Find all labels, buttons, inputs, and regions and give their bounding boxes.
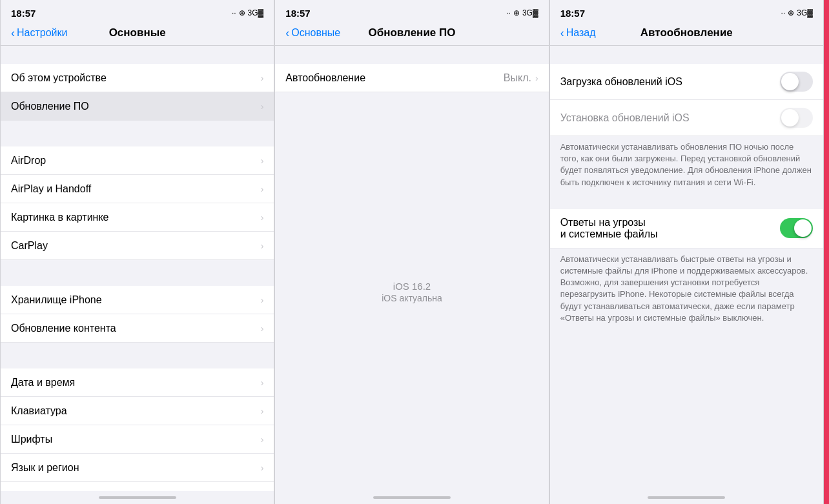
toggle-row-install: Установка обновлений iOS [550, 100, 823, 136]
chevron-about-icon: › [261, 73, 264, 83]
software-update-label: Обновление ПО [11, 101, 89, 112]
list-item-storage[interactable]: Хранилище iPhone › [1, 286, 274, 314]
airplay-handoff-right: › [261, 184, 264, 194]
pip-right: › [261, 212, 264, 223]
back-label-1: Настройки [17, 27, 67, 39]
home-bar-2 [373, 496, 451, 499]
back-button-1[interactable]: ‹ Настройки [11, 27, 67, 39]
section-divider-1a [1, 51, 274, 64]
chevron-carplay-icon: › [261, 241, 264, 251]
list-item-datetime[interactable]: Дата и время › [1, 368, 274, 397]
page-title-1: Основные [109, 26, 166, 39]
storage-right: › [261, 295, 264, 305]
section-divider-p2-1 [275, 51, 548, 64]
status-time-3: 18:57 [560, 8, 585, 19]
battery-icon-1: 3G▓ [248, 8, 264, 17]
airdrop-label: AirDrop [11, 155, 46, 166]
section-group-1: Об этом устройстве › Обновление ПО › [1, 51, 274, 121]
status-icons-2: ·· ⊕ 3G▓ [506, 8, 538, 17]
storage-label: Хранилище iPhone [11, 294, 102, 306]
list-item-language[interactable]: Язык и регион › [1, 454, 274, 482]
chevron-autoupdate-icon: › [535, 73, 538, 83]
wifi-icon-3: ⊕ [788, 8, 794, 17]
chevron-airplay-icon: › [261, 184, 264, 194]
status-icons-3: ·· ⊕ 3G▓ [781, 8, 813, 17]
chevron-back-icon-1: ‹ [11, 27, 15, 39]
nav-bar-3: ‹ Назад Автообновление [550, 23, 823, 46]
section-divider-4a [1, 356, 274, 368]
section-divider-p3-1 [550, 51, 823, 64]
list-item-pip[interactable]: Картинка в картинке › [1, 203, 274, 232]
list-item-airplay-handoff[interactable]: AirPlay и Handoff › [1, 175, 274, 203]
right-edge [824, 0, 829, 504]
section-group-2: AirDrop › AirPlay и Handoff › Картинка в… [1, 134, 274, 260]
chevron-airdrop-icon: › [261, 156, 264, 166]
content-1: Об этом устройстве › Обновление ПО › Air… [1, 46, 274, 491]
airplay-handoff-label: AirPlay и Handoff [11, 183, 91, 195]
airdrop-right: › [261, 156, 264, 166]
list-item-dictionary[interactable]: Словарь › [1, 482, 274, 491]
panel-general: 18:57 ·· ⊕ 3G▓ ‹ Настройки Основные Об э… [0, 0, 274, 504]
content-update-right: › [261, 323, 264, 334]
panel-autoupdate-settings: 18:57 ·· ⊕ 3G▓ ‹ Назад Автообновление За… [549, 0, 824, 504]
list-item-autoupdate[interactable]: Автообновление Выкл. › [275, 64, 548, 92]
list-item-keyboard[interactable]: Клавиатура › [1, 397, 274, 425]
security-label-container: Ответы на угрозы и системные файлы [560, 217, 658, 240]
autoupdate-right: Выкл. › [504, 72, 538, 84]
signal-icon-1: ·· [232, 8, 236, 17]
datetime-right: › [261, 378, 264, 388]
nav-bar-1: ‹ Настройки Основные [1, 23, 274, 46]
keyboard-right: › [261, 406, 264, 416]
carplay-right: › [261, 241, 264, 251]
status-icons-1: ·· ⊕ 3G▓ [232, 8, 263, 17]
chevron-keyboard-icon: › [261, 406, 264, 416]
home-bar-1 [99, 496, 176, 499]
list-item-fonts[interactable]: Шрифты › [1, 425, 274, 454]
list-item-airdrop[interactable]: AirDrop › [1, 146, 274, 175]
ios-version-main: iOS 16.2 [393, 281, 431, 292]
keyboard-label: Клавиатура [11, 405, 67, 417]
list-item-content-update[interactable]: Обновление контента › [1, 314, 274, 343]
fonts-label: Шрифты [11, 434, 52, 445]
list-item-carplay[interactable]: CarPlay › [1, 232, 274, 260]
wifi-icon-1: ⊕ [239, 8, 245, 17]
section-divider-2a [1, 134, 274, 146]
wifi-icon-2: ⊕ [513, 8, 520, 17]
home-bar-3 [648, 496, 725, 499]
back-button-2[interactable]: ‹ Основные [285, 27, 340, 39]
chevron-language-icon: › [261, 463, 264, 473]
status-time-2: 18:57 [285, 8, 310, 19]
status-bar-1: 18:57 ·· ⊕ 3G▓ [1, 0, 274, 23]
toggle-row-security: Ответы на угрозы и системные файлы [550, 209, 823, 248]
chevron-fonts-icon: › [261, 434, 264, 445]
description-text-2: Автоматически устанавливать быстрые отве… [550, 248, 823, 332]
status-bar-3: 18:57 ·· ⊕ 3G▓ [550, 0, 823, 23]
home-indicator-1 [1, 491, 274, 504]
description-text-1: Автоматически устанавливать обновления П… [550, 136, 823, 196]
chevron-datetime-icon: › [261, 378, 264, 388]
battery-icon-3: 3G▓ [797, 8, 813, 17]
autoupdate-label: Автообновление [285, 72, 365, 84]
list-item-about[interactable]: Об этом устройстве › [1, 64, 274, 92]
status-bar-2: 18:57 ·· ⊕ 3G▓ [275, 0, 548, 23]
battery-icon-2: 3G▓ [522, 8, 538, 17]
list-item-software-update[interactable]: Обновление ПО › [1, 92, 274, 121]
software-update-right: › [261, 101, 264, 112]
about-right: › [261, 73, 264, 83]
carplay-label: CarPlay [11, 240, 48, 252]
toggle-download-updates[interactable] [780, 72, 813, 92]
download-updates-label: Загрузка обновлений iOS [560, 76, 780, 88]
back-button-3[interactable]: ‹ Назад [560, 27, 596, 39]
chevron-software-icon: › [261, 101, 264, 112]
content-3: Загрузка обновлений iOS Установка обновл… [550, 46, 823, 491]
datetime-label: Дата и время [11, 377, 75, 388]
toggle-install-updates[interactable] [780, 108, 813, 128]
toggle-row-download: Загрузка обновлений iOS [550, 64, 823, 100]
toggle-knob-install [781, 109, 799, 126]
back-label-3: Назад [566, 27, 596, 39]
toggle-security-responses[interactable] [780, 218, 813, 238]
ios-version-container: iOS 16.2 iOS актуальна [275, 92, 548, 491]
chevron-back-icon-3: ‹ [560, 27, 564, 39]
content-update-label: Обновление контента [11, 323, 116, 334]
install-updates-label: Установка обновлений iOS [560, 112, 780, 124]
